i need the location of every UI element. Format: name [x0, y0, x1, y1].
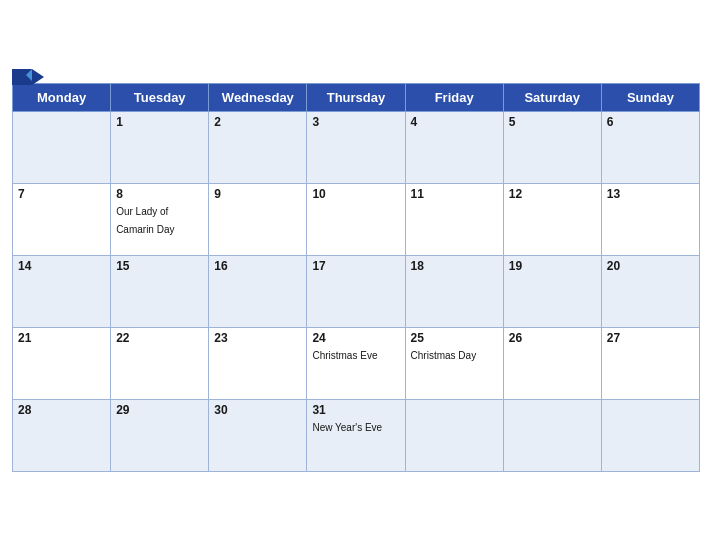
- calendar-day: [503, 399, 601, 471]
- calendar-day: 4: [405, 111, 503, 183]
- calendar-day: 16: [209, 255, 307, 327]
- calendar-day: 9: [209, 183, 307, 255]
- day-number: 13: [607, 187, 694, 201]
- day-number: 14: [18, 259, 105, 273]
- day-number: 2: [214, 115, 301, 129]
- calendar-table: MondayTuesdayWednesdayThursdayFridaySatu…: [12, 83, 700, 472]
- calendar-day: 10: [307, 183, 405, 255]
- day-number: 27: [607, 331, 694, 345]
- calendar-day: 25Christmas Day: [405, 327, 503, 399]
- day-number: 6: [607, 115, 694, 129]
- calendar-day: 3: [307, 111, 405, 183]
- day-number: 8: [116, 187, 203, 201]
- calendar-day: 13: [601, 183, 699, 255]
- day-number: 12: [509, 187, 596, 201]
- calendar-day: 22: [111, 327, 209, 399]
- calendar-day: 30: [209, 399, 307, 471]
- calendar-day: 12: [503, 183, 601, 255]
- day-number: 5: [509, 115, 596, 129]
- calendar-day: 23: [209, 327, 307, 399]
- day-number: 23: [214, 331, 301, 345]
- calendar-day: 27: [601, 327, 699, 399]
- weekday-header-friday: Friday: [405, 83, 503, 111]
- day-event: New Year's Eve: [312, 422, 382, 433]
- weekday-header-tuesday: Tuesday: [111, 83, 209, 111]
- day-number: 18: [411, 259, 498, 273]
- calendar-day: 11: [405, 183, 503, 255]
- calendar-day: 15: [111, 255, 209, 327]
- day-number: 26: [509, 331, 596, 345]
- weekday-header-sunday: Sunday: [601, 83, 699, 111]
- day-number: 4: [411, 115, 498, 129]
- calendar-day: 31New Year's Eve: [307, 399, 405, 471]
- day-number: 9: [214, 187, 301, 201]
- day-event: Christmas Eve: [312, 350, 377, 361]
- calendar-day: 1: [111, 111, 209, 183]
- calendar-day: 21: [13, 327, 111, 399]
- weekday-header-saturday: Saturday: [503, 83, 601, 111]
- day-number: 10: [312, 187, 399, 201]
- calendar-day: 29: [111, 399, 209, 471]
- weekday-header-wednesday: Wednesday: [209, 83, 307, 111]
- logo: [12, 61, 48, 93]
- day-number: 11: [411, 187, 498, 201]
- calendar-day: 7: [13, 183, 111, 255]
- day-number: 16: [214, 259, 301, 273]
- day-number: 7: [18, 187, 105, 201]
- day-number: 15: [116, 259, 203, 273]
- logo-icon: [12, 61, 44, 93]
- calendar-day: 2: [209, 111, 307, 183]
- calendar-day: 5: [503, 111, 601, 183]
- calendar-week-row: 14151617181920: [13, 255, 700, 327]
- calendar-week-row: 21222324Christmas Eve25Christmas Day2627: [13, 327, 700, 399]
- calendar-week-row: 78Our Lady of Camarin Day910111213: [13, 183, 700, 255]
- calendar-day: 18: [405, 255, 503, 327]
- day-number: 20: [607, 259, 694, 273]
- calendar-week-row: 123456: [13, 111, 700, 183]
- calendar-day: 17: [307, 255, 405, 327]
- day-number: 21: [18, 331, 105, 345]
- calendar-day: 28: [13, 399, 111, 471]
- day-number: 1: [116, 115, 203, 129]
- calendar-day: [405, 399, 503, 471]
- calendar-day: 19: [503, 255, 601, 327]
- day-number: 19: [509, 259, 596, 273]
- day-event: Christmas Day: [411, 350, 477, 361]
- calendar-wrapper: MondayTuesdayWednesdayThursdayFridaySatu…: [0, 67, 712, 484]
- day-number: 31: [312, 403, 399, 417]
- calendar-day: [601, 399, 699, 471]
- calendar-day: [13, 111, 111, 183]
- day-number: 3: [312, 115, 399, 129]
- weekday-header-thursday: Thursday: [307, 83, 405, 111]
- calendar-day: 26: [503, 327, 601, 399]
- day-number: 22: [116, 331, 203, 345]
- calendar-day: 8Our Lady of Camarin Day: [111, 183, 209, 255]
- calendar-day: 14: [13, 255, 111, 327]
- day-number: 17: [312, 259, 399, 273]
- day-event: Our Lady of Camarin Day: [116, 206, 174, 235]
- calendar-day: 20: [601, 255, 699, 327]
- calendar-day: 24Christmas Eve: [307, 327, 405, 399]
- weekday-header-row: MondayTuesdayWednesdayThursdayFridaySatu…: [13, 83, 700, 111]
- day-number: 24: [312, 331, 399, 345]
- day-number: 29: [116, 403, 203, 417]
- day-number: 25: [411, 331, 498, 345]
- svg-marker-1: [32, 69, 44, 85]
- calendar-week-row: 28293031New Year's Eve: [13, 399, 700, 471]
- day-number: 28: [18, 403, 105, 417]
- day-number: 30: [214, 403, 301, 417]
- calendar-day: 6: [601, 111, 699, 183]
